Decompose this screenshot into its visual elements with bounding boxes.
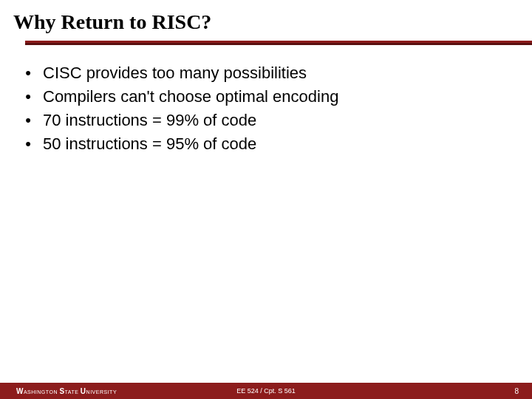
list-item: • Compilers can't choose optimal encodin… <box>21 86 510 108</box>
list-item: • 50 instructions = 95% of code <box>21 133 510 155</box>
list-item: • 70 instructions = 99% of code <box>21 109 510 132</box>
bullet-text: 70 instructions = 99% of code <box>35 109 256 132</box>
footer-text: U <box>81 387 86 395</box>
footer-institution: WASHINGTON STATE UNIVERSITY <box>16 387 117 395</box>
list-item: • CISC provides too many possibilities <box>21 62 510 84</box>
footer-text: W <box>16 387 24 395</box>
bullet-icon: • <box>21 133 35 155</box>
bullet-list: • CISC provides too many possibilities •… <box>21 62 510 157</box>
bullet-icon: • <box>21 109 35 132</box>
bullet-text: CISC provides too many possibilities <box>35 62 307 84</box>
bullet-icon: • <box>21 86 35 108</box>
bullet-icon: • <box>21 62 35 84</box>
footer-text: NIVERSITY <box>86 389 117 395</box>
footer-text: S <box>59 387 64 395</box>
footer-course: EE 524 / Cpt. S 561 <box>236 387 296 395</box>
slide-title: Why Return to RISC? <box>0 0 532 34</box>
bullet-text: 50 instructions = 95% of code <box>35 133 256 155</box>
footer-text: ASHINGTON <box>24 389 59 395</box>
title-divider <box>25 41 532 45</box>
footer-page-number: 8 <box>514 387 519 395</box>
footer-bar: WASHINGTON STATE UNIVERSITY EE 524 / Cpt… <box>0 383 532 399</box>
bullet-text: Compilers can't choose optimal encoding <box>35 86 338 108</box>
slide: Why Return to RISC? • CISC provides too … <box>0 0 532 399</box>
footer-text: TATE <box>65 389 81 395</box>
